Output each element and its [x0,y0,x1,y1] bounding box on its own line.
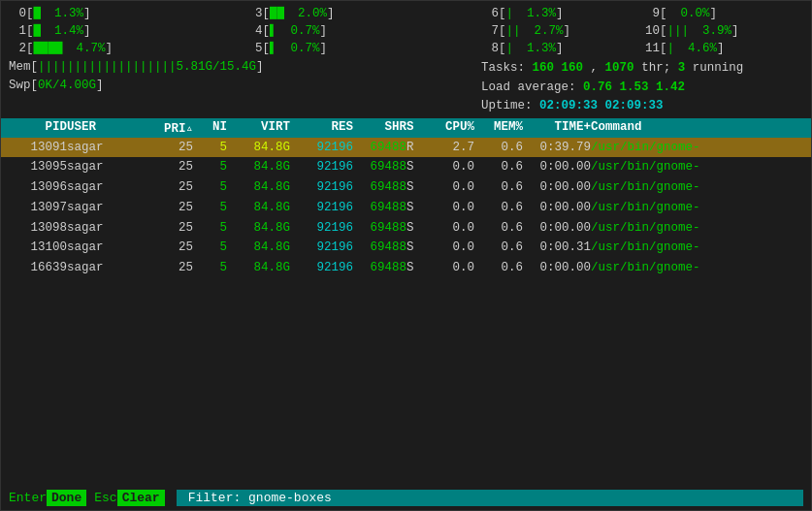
cpu-bar-3: ██ [270,5,284,22]
cell-user: sagar [67,239,145,257]
tasks-label: Tasks: [481,61,525,75]
cell-time: 0:00.31 [523,239,591,257]
cell-shr: 69488 [353,199,406,217]
cell-shr: 69488 [353,239,406,257]
cell-s: S [406,158,426,176]
col-time: TIME+ [523,120,591,136]
top-area: 0 [ █ 1.3% ] 3 [ ██ 2.0% ] 1 [ █ [1,1,811,118]
cpu-bar-4: ▌ [270,22,277,40]
load-label: Load average: [481,80,576,94]
col-res: RES [290,120,353,136]
table-row[interactable]: 13095 sagar 25 5 84.8G 92196 69488 S 0.0… [1,157,811,177]
col-pid: PID [9,120,67,136]
col-shr: SHR [353,120,406,136]
cell-pid: 13096 [9,178,67,197]
clear-button[interactable]: Clear [117,490,165,506]
cpu-bar-2: ████ [34,40,63,57]
cell-s: S [406,259,426,277]
cpu-row-11: 11 [ | 4.6% ] [642,40,803,57]
mem-bar: ||||||||||||||||||| [38,58,177,76]
cpu-bar-0: █ [34,5,42,22]
col-pri: PRI▵ [145,120,193,136]
cell-cpu: 0.0 [426,199,474,217]
cell-mem: 0.6 [474,199,523,217]
filter-box[interactable]: Filter: gnome-boxes [177,490,803,506]
cpu-row-2: 2 [ ████ 4.7% ] [9,40,245,57]
col-ni: NI [193,120,227,136]
cpu-row-5: 5 [ ▌ 0.7% ] [245,40,482,57]
cell-cmd: /usr/bin/gnome- [591,239,803,257]
cell-ni: 5 [193,239,227,257]
cpu-bar-5: ▌ [270,40,277,57]
cpu-num-3: 3 [245,5,263,22]
cell-pri: 25 [145,199,193,217]
cell-pid: 13097 [9,199,67,217]
cell-time: 0:00.00 [523,158,591,176]
table-row[interactable]: 13100 sagar 25 5 84.8G 92196 69488 S 0.0… [1,238,811,258]
cell-mem: 0.6 [474,178,523,197]
mem-val: 5.81G/15.4G [177,58,257,76]
cell-res: 92196 [290,219,353,238]
cell-ni: 5 [193,158,227,176]
spacer [1,278,811,486]
cell-cpu: 2.7 [426,139,474,157]
cell-ni: 5 [193,219,227,238]
table-area: PID USER PRI▵ NI VIRT RES SHR S CPU% MEM… [1,118,811,487]
cell-mem: 0.6 [474,239,523,257]
col-user: USER [67,120,145,136]
load-line: Load average: 0.76 1.53 1.42 [481,79,803,97]
cell-time: 0:39.79 [523,139,591,157]
cpu-bar-1: █ [34,22,42,40]
cell-s: S [406,219,426,238]
cell-cpu: 0.0 [426,158,474,176]
cell-res: 92196 [290,158,353,176]
cpu-row-4: 4 [ ▌ 0.7% ] [245,22,482,40]
mem-row: Mem[ ||||||||||||||||||| 5.81G/15.4G ] [9,58,481,76]
cell-pid: 16639 [9,259,67,277]
bottom-bar: Enter Done Esc Clear Filter: gnome-boxes [1,486,811,510]
cell-virt: 84.8G [227,199,290,217]
cell-time: 0:00.00 [523,178,591,197]
cell-user: sagar [67,178,145,197]
cell-ni: 5 [193,139,227,157]
done-button[interactable]: Done [47,490,86,506]
cell-cmd: /usr/bin/gnome- [591,158,803,176]
col-virt: VIRT [227,120,290,136]
cell-mem: 0.6 [474,259,523,277]
cell-cmd: /usr/bin/gnome- [591,178,803,197]
cell-pid: 13098 [9,219,67,238]
cell-shr: 69488 [353,139,406,157]
cpu-pct-0: 1.3% [41,5,83,22]
cell-res: 92196 [290,199,353,217]
terminal: 0 [ █ 1.3% ] 3 [ ██ 2.0% ] 1 [ █ [0,0,812,511]
col-cpu: CPU% [426,120,474,136]
cell-res: 92196 [290,139,353,157]
cell-shr: 69488 [353,219,406,238]
cell-cpu: 0.0 [426,259,474,277]
table-row[interactable]: 13098 sagar 25 5 84.8G 92196 69488 S 0.0… [1,218,811,239]
table-row[interactable]: 16639 sagar 25 5 84.8G 92196 69488 S 0.0… [1,258,811,278]
cell-res: 92196 [290,178,353,197]
table-header: PID USER PRI▵ NI VIRT RES SHR S CPU% MEM… [1,118,811,138]
uptime-val: 02:09:33 [539,99,598,112]
cpu-row-10: 10 [ ||| 3.9% ] [642,22,803,40]
cell-pid: 13095 [9,158,67,176]
cell-pri: 25 [145,219,193,238]
table-row[interactable]: 13091 sagar 25 5 84.8G 92196 69488 R 2.7… [1,138,811,158]
cell-pri: 25 [145,139,193,157]
table-row[interactable]: 13097 sagar 25 5 84.8G 92196 69488 S 0.0… [1,198,811,218]
cell-time: 0:00.00 [523,259,591,277]
swp-row: Swp[ 0K/4.00G ] [9,77,481,94]
cell-virt: 84.8G [227,178,290,197]
enter-label: Enter [9,491,47,505]
cell-user: sagar [67,199,145,217]
cell-ni: 5 [193,178,227,197]
cpu-row-8: 8 [ | 1.3% ] [481,40,642,57]
table-row[interactable]: 13096 sagar 25 5 84.8G 92196 69488 S 0.0… [1,177,811,198]
cell-shr: 69488 [353,178,406,197]
cell-shr: 69488 [353,259,406,277]
cell-cpu: 0.0 [426,239,474,257]
cell-mem: 0.6 [474,139,523,157]
cell-user: sagar [67,219,145,238]
col-cmd: Command [591,120,803,136]
